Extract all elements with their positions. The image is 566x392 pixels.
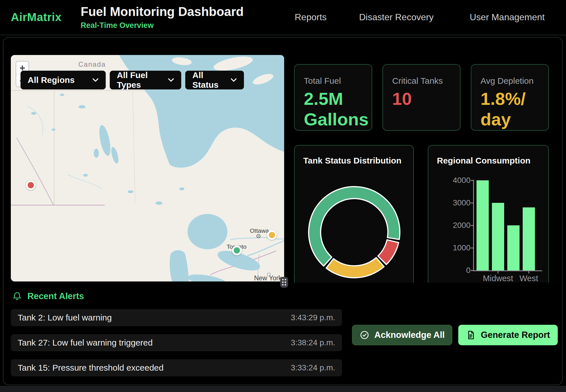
alert-timestamp: 3:33:24 p.m.: [291, 363, 335, 372]
alerts-header: Recent Alerts: [12, 291, 84, 301]
stat-card-total-fuel: Total Fuel2.5MGallons: [294, 64, 372, 131]
bell-icon: [12, 291, 22, 301]
x-axis-tick-label: West: [506, 274, 549, 283]
generate-report-label: Generate Report: [481, 330, 550, 340]
bar-chart-title: Regional Consumption: [437, 156, 530, 166]
map-marker-warning[interactable]: [267, 230, 277, 240]
map-panel[interactable]: + − All RegionsAll Fuel TypesAll Status …: [11, 55, 284, 281]
tank-status-card: Tank Status Distribution: [294, 145, 414, 283]
file-text-icon: [466, 330, 476, 340]
map-lake: [179, 187, 184, 190]
chevron-down-icon: [92, 78, 99, 82]
stat-card-avg-depletion: Avg Depletion1.8%/day: [471, 64, 549, 131]
stat-label: Total Fuel: [304, 76, 372, 86]
stat-value-line: 2.5M: [304, 89, 372, 109]
map-lake: [79, 105, 85, 109]
map-filter-bar: All RegionsAll Fuel TypesAll Status: [21, 71, 244, 89]
bar-northeast[interactable]: [477, 180, 489, 270]
stat-value-line: day: [481, 109, 548, 130]
alert-row[interactable]: Tank 27: Low fuel warning triggered3:38:…: [11, 334, 342, 351]
bar-west[interactable]: [523, 207, 535, 270]
stat-value-line: 10: [392, 89, 460, 109]
filter-dropdown-label: All Status: [192, 70, 223, 90]
chevron-down-icon: [231, 78, 237, 82]
bar-south[interactable]: [507, 225, 520, 270]
alert-message: Tank 27: Low fuel warning triggered: [18, 338, 153, 348]
map-lake: [60, 94, 64, 96]
map-lake: [83, 174, 88, 177]
stat-label: Critical Tanks: [392, 76, 460, 86]
stat-card-critical-tanks: Critical Tanks10: [382, 64, 461, 131]
acknowledge-all-label: Acknowledge All: [374, 330, 445, 340]
map-marker-critical[interactable]: [26, 180, 36, 190]
alert-row[interactable]: Tank 15: Pressure threshold exceeded3:33…: [11, 359, 342, 376]
nav-item-user-management[interactable]: User Management: [470, 12, 545, 23]
app-header: AirMatrix Fuel Monitoring Dashboard Real…: [0, 0, 566, 35]
bar-chart-x-axis: [473, 270, 542, 271]
map-lake: [52, 128, 56, 131]
x-axis-tick-mark: [528, 271, 529, 273]
y-axis-tick-mark: [471, 203, 473, 203]
bar-midwest[interactable]: [492, 203, 504, 270]
y-axis-tick-label: 3000: [436, 198, 471, 207]
y-axis-tick-mark: [471, 248, 473, 248]
x-axis-tick-mark: [498, 271, 498, 273]
chevron-down-icon: [168, 78, 174, 82]
page-title: Fuel Monitoring Dashboard: [81, 5, 244, 19]
brand-logo[interactable]: AirMatrix: [11, 11, 62, 24]
filter-dropdown-all-status[interactable]: All Status: [185, 71, 244, 89]
map-lake: [94, 149, 99, 158]
filter-dropdown-all-regions[interactable]: All Regions: [21, 71, 106, 89]
regional-consumption-card: Regional Consumption 01000200030004000Mi…: [428, 145, 549, 283]
map-label-ottawa: Ottawa: [250, 227, 269, 234]
map-marker-normal[interactable]: [232, 246, 242, 255]
map-label-new-york: New York: [254, 274, 282, 282]
alert-message: Tank 2: Low fuel warning: [18, 313, 112, 322]
map-label-canada: Canada: [78, 60, 106, 68]
y-axis-tick-label: 4000: [436, 176, 471, 185]
map-lake: [156, 201, 162, 205]
generate-report-button[interactable]: Generate Report: [458, 325, 558, 345]
alert-timestamp: 3:38:24 p.m.: [291, 338, 335, 347]
filter-dropdown-all-fuel-types[interactable]: All Fuel Types: [110, 71, 181, 89]
alerts-title: Recent Alerts: [27, 291, 84, 301]
app-root: AirMatrix Fuel Monitoring Dashboard Real…: [0, 0, 566, 392]
page-subtitle: Real-Time Overview: [81, 21, 154, 30]
stat-value: 1.8%/day: [481, 89, 548, 130]
nav-item-disaster-recovery[interactable]: Disaster Recovery: [359, 12, 433, 23]
y-axis-tick-mark: [471, 270, 473, 271]
stat-label: Avg Depletion: [481, 76, 548, 86]
y-axis-tick-mark: [471, 225, 473, 226]
nav-item-reports[interactable]: Reports: [295, 12, 327, 23]
window-bottom-strip: [0, 386, 566, 392]
check-circle-icon: [360, 330, 369, 340]
resize-grip-handle[interactable]: [280, 277, 288, 288]
acknowledge-all-button[interactable]: Acknowledge All: [352, 325, 452, 345]
y-axis-tick-label: 0: [436, 266, 471, 275]
stat-value-line: 1.8%/: [481, 89, 548, 109]
filter-dropdown-label: All Fuel Types: [117, 70, 160, 90]
stat-value-line: Gallons: [304, 109, 372, 130]
map-lake-huron: [188, 214, 227, 249]
donut-segment-critical[interactable]: [378, 240, 399, 265]
alert-message: Tank 15: Pressure threshold exceeded: [18, 363, 164, 373]
filter-dropdown-label: All Regions: [28, 75, 75, 85]
alerts-list: Tank 2: Low fuel warning3:43:29 p.m.Tank…: [11, 309, 342, 376]
donut-chart[interactable]: [295, 163, 414, 283]
donut-segment-warning[interactable]: [326, 258, 384, 278]
y-axis-tick-label: 2000: [436, 221, 471, 230]
stats-row: Total Fuel2.5MGallonsCritical Tanks10Avg…: [294, 64, 549, 131]
y-axis-tick-mark: [471, 180, 473, 181]
alert-timestamp: 3:43:29 p.m.: [291, 313, 335, 322]
stat-value: 2.5MGallons: [304, 89, 372, 130]
map-lake: [128, 190, 133, 193]
stat-value: 10: [392, 89, 460, 109]
alert-row[interactable]: Tank 2: Low fuel warning3:43:29 p.m.: [11, 309, 342, 326]
map-lake: [31, 112, 36, 115]
y-axis-tick-label: 1000: [436, 243, 471, 252]
